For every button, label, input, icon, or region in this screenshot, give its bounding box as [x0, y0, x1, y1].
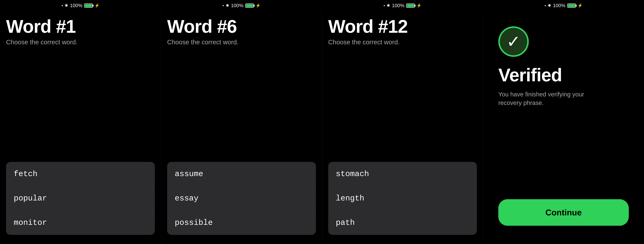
verified-top: ✓ Verified You have finished verifying y…	[498, 26, 590, 107]
word1-header: Word #1 Choose the correct word.	[6, 17, 155, 46]
panels-container: Word #1 Choose the correct word. fetch p…	[0, 11, 644, 244]
verified-description: You have finished verifying your recover…	[498, 90, 590, 107]
battery-icon-2	[245, 4, 254, 8]
word1-subtitle: Choose the correct word.	[6, 38, 155, 46]
battery-percent-2: 100%	[231, 3, 244, 8]
bluetooth-icon-2: ✱	[226, 3, 229, 8]
status-bar-3: ▪ ✱ 100% ⚡	[322, 0, 483, 11]
verified-panel: ✓ Verified You have finished verifying y…	[483, 11, 644, 244]
word12-header: Word #12 Choose the correct word.	[328, 17, 477, 46]
signal-icon-4: ▪	[544, 3, 546, 8]
bluetooth-icon-3: ✱	[387, 3, 390, 8]
signal-icon-3: ▪	[384, 3, 385, 8]
bolt-icon-2: ⚡	[256, 3, 260, 8]
word1-options: fetch popular monitor	[6, 162, 155, 235]
word1-panel: Word #1 Choose the correct word. fetch p…	[0, 11, 161, 244]
bolt-icon-1: ⚡	[94, 3, 100, 8]
word6-subtitle: Choose the correct word.	[167, 38, 316, 46]
status-bar-4: ▪ ✱ 100% ⚡	[483, 0, 644, 11]
signal-icon-2: ▪	[222, 3, 224, 8]
word6-options: assume essay possible	[167, 162, 316, 235]
status-bar-row: ▪ ✱ 100% ⚡ ▪ ✱ 100% ⚡ ▪ ✱ 100% ⚡ ▪ ✱ 100…	[0, 0, 644, 11]
word1-option-popular[interactable]: popular	[6, 186, 155, 211]
battery-percent-4: 100%	[553, 3, 566, 8]
word6-title: Word #6	[167, 17, 316, 36]
word12-title: Word #12	[328, 17, 477, 36]
verified-circle: ✓	[498, 26, 529, 57]
word12-options: stomach length path	[328, 162, 477, 235]
word6-option-possible[interactable]: possible	[167, 211, 316, 235]
continue-button[interactable]: Continue	[498, 199, 629, 226]
word12-option-path[interactable]: path	[328, 211, 477, 235]
verified-title: Verified	[498, 64, 562, 86]
checkmark-icon: ✓	[506, 33, 520, 50]
word1-title: Word #1	[6, 17, 155, 36]
word12-option-stomach[interactable]: stomach	[328, 162, 477, 186]
word12-option-length[interactable]: length	[328, 186, 477, 211]
word1-option-monitor[interactable]: monitor	[6, 211, 155, 235]
bolt-icon-3: ⚡	[416, 3, 422, 8]
word6-option-essay[interactable]: essay	[167, 186, 316, 211]
word6-option-assume[interactable]: assume	[167, 162, 316, 186]
status-bar-2: ▪ ✱ 100% ⚡	[161, 0, 322, 11]
word6-header: Word #6 Choose the correct word.	[167, 17, 316, 46]
battery-percent-3: 100%	[392, 3, 404, 8]
bluetooth-icon-4: ✱	[548, 3, 551, 8]
bluetooth-icon-1: ✱	[65, 3, 68, 8]
signal-icon-1: ▪	[62, 3, 63, 8]
verified-content: ✓ Verified You have finished verifying y…	[489, 17, 638, 235]
word12-subtitle: Choose the correct word.	[328, 38, 477, 46]
word12-panel: Word #12 Choose the correct word. stomac…	[322, 11, 483, 244]
battery-percent-1: 100%	[70, 3, 82, 8]
word1-option-fetch[interactable]: fetch	[6, 162, 155, 186]
status-bar-1: ▪ ✱ 100% ⚡	[0, 0, 161, 11]
word6-panel: Word #6 Choose the correct word. assume …	[161, 11, 322, 244]
bolt-icon-4: ⚡	[578, 3, 582, 8]
battery-icon-3	[406, 4, 415, 8]
battery-icon-1	[84, 4, 93, 8]
battery-icon-4	[567, 4, 576, 8]
